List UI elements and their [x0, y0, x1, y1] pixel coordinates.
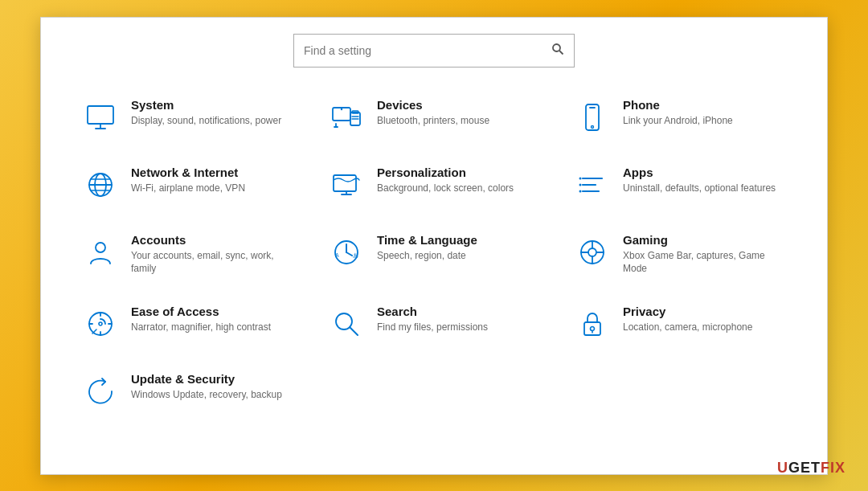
phone-icon	[573, 98, 612, 137]
search-input[interactable]	[304, 44, 551, 57]
setting-item-update[interactable]: Update & Security Windows Update, recove…	[65, 358, 311, 425]
setting-item-personalization[interactable]: Personalization Background, lock screen,…	[311, 151, 557, 219]
search-text: Search Find my files, permissions	[377, 305, 488, 334]
svg-point-37	[588, 248, 596, 256]
search-icon	[327, 305, 366, 343]
network-icon	[81, 166, 120, 204]
svg-line-33	[346, 252, 352, 256]
update-text: Update & Security Windows Update, recove…	[131, 372, 282, 402]
personalization-title: Personalization	[377, 166, 514, 179]
time-title: Time & Language	[377, 233, 477, 247]
svg-line-46	[350, 327, 358, 335]
system-title: System	[131, 98, 281, 112]
accounts-icon	[81, 233, 120, 272]
phone-text: Phone Link your Android, iPhone	[623, 98, 733, 128]
svg-point-43	[99, 322, 102, 325]
setting-item-search[interactable]: Search Find my files, permissions	[311, 290, 557, 358]
accounts-title: Accounts	[131, 233, 295, 247]
devices-desc: Bluetooth, printers, mouse	[377, 114, 489, 128]
devices-icon	[327, 98, 366, 137]
watermark-fix: FIX	[821, 460, 845, 476]
personalization-desc: Background, lock screen, colors	[377, 182, 514, 195]
setting-item-accounts[interactable]: Accounts Your accounts, email, sync, wor…	[65, 219, 311, 291]
personalization-text: Personalization Background, lock screen,…	[377, 166, 514, 195]
phone-title: Phone	[623, 98, 733, 112]
apps-text: Apps Uninstall, defaults, optional featu…	[623, 166, 776, 195]
devices-text: Devices Bluetooth, printers, mouse	[377, 98, 489, 128]
svg-point-0	[553, 44, 560, 51]
setting-item-phone[interactable]: Phone Link your Android, iPhone	[557, 84, 803, 151]
apps-icon	[573, 166, 612, 204]
setting-item-system[interactable]: System Display, sound, notifications, po…	[65, 84, 311, 151]
privacy-desc: Location, camera, microphone	[623, 321, 752, 334]
system-desc: Display, sound, notifications, power	[131, 114, 281, 128]
privacy-title: Privacy	[623, 305, 752, 318]
svg-text:あ: あ	[353, 252, 358, 259]
settings-grid: System Display, sound, notifications, po…	[65, 84, 803, 426]
update-desc: Windows Update, recovery, backup	[131, 388, 282, 402]
setting-item-time[interactable]: A あ Time & Language Speech, region, date	[311, 219, 557, 291]
ease-text: Ease of Access Narrator, magnifier, high…	[131, 305, 271, 334]
personalization-icon	[327, 166, 366, 204]
setting-item-apps[interactable]: Apps Uninstall, defaults, optional featu…	[557, 151, 803, 219]
search-title: Search	[377, 305, 488, 318]
search-icon	[551, 43, 564, 59]
svg-rect-2	[88, 106, 113, 124]
svg-point-15	[592, 125, 594, 128]
gaming-icon	[573, 233, 612, 272]
gaming-title: Gaming	[623, 233, 787, 247]
setting-item-ease[interactable]: Ease of Access Narrator, magnifier, high…	[65, 290, 311, 358]
time-icon: A あ	[327, 233, 366, 272]
privacy-text: Privacy Location, camera, microphone	[623, 305, 752, 334]
update-title: Update & Security	[131, 372, 282, 386]
svg-text:A: A	[335, 252, 339, 258]
devices-title: Devices	[377, 98, 489, 112]
watermark-u: U	[777, 460, 788, 476]
svg-line-1	[559, 51, 563, 55]
accounts-desc: Your accounts, email, sync, work, family	[131, 249, 295, 276]
svg-rect-21	[334, 175, 356, 191]
watermark: UGETFIX	[777, 460, 845, 477]
accounts-text: Accounts Your accounts, email, sync, wor…	[131, 233, 295, 276]
system-text: System Display, sound, notifications, po…	[131, 98, 281, 128]
gaming-desc: Xbox Game Bar, captures, Game Mode	[623, 249, 787, 276]
setting-item-gaming[interactable]: Gaming Xbox Game Bar, captures, Game Mod…	[557, 219, 803, 291]
search-desc: Find my files, permissions	[377, 321, 488, 334]
network-desc: Wi-Fi, airplane mode, VPN	[131, 182, 245, 195]
phone-desc: Link your Android, iPhone	[623, 114, 733, 128]
network-text: Network & Internet Wi-Fi, airplane mode,…	[131, 166, 245, 195]
apps-title: Apps	[623, 166, 776, 179]
gaming-text: Gaming Xbox Game Bar, captures, Game Mod…	[623, 233, 787, 276]
ease-title: Ease of Access	[131, 305, 271, 318]
time-desc: Speech, region, date	[377, 249, 477, 263]
apps-desc: Uninstall, defaults, optional features	[623, 182, 776, 195]
ease-icon	[81, 305, 120, 343]
svg-point-30	[96, 243, 105, 252]
setting-item-network[interactable]: Network & Internet Wi-Fi, airplane mode,…	[65, 151, 311, 219]
system-icon	[81, 98, 120, 137]
update-icon	[81, 372, 120, 411]
setting-item-privacy[interactable]: Privacy Location, camera, microphone	[557, 290, 803, 358]
watermark-get: GET	[788, 460, 821, 476]
ease-desc: Narrator, magnifier, high contrast	[131, 321, 271, 334]
network-title: Network & Internet	[131, 166, 245, 179]
privacy-icon	[573, 305, 612, 343]
settings-window: System Display, sound, notifications, po…	[40, 17, 828, 475]
time-text: Time & Language Speech, region, date	[377, 233, 477, 263]
search-bar[interactable]	[293, 34, 575, 68]
setting-item-devices[interactable]: Devices Bluetooth, printers, mouse	[311, 84, 557, 151]
